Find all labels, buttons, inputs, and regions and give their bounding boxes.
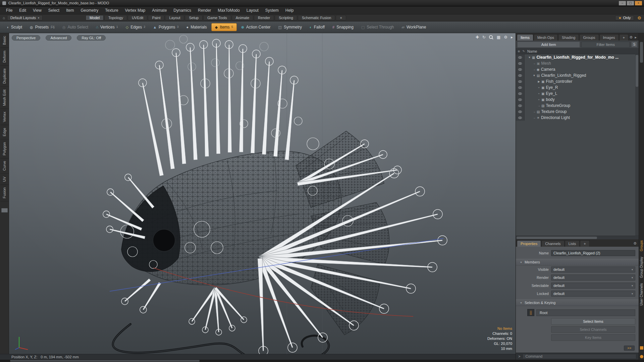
panel-tab-items[interactable]: Items	[517, 34, 533, 41]
tool-edges[interactable]: ◇Edges2	[122, 23, 149, 31]
search-mode-button[interactable]: S	[631, 42, 637, 47]
tree-row-texturegroup[interactable]: →▨TextureGroup	[516, 103, 639, 109]
menu-render[interactable]: Render	[195, 6, 214, 14]
tree-row-clearfin-lionfish-rigged[interactable]: ▼▤Clearfin_Lionfish_Rigged	[516, 72, 639, 78]
expand-icon[interactable]: ▸	[511, 35, 513, 40]
tool-sculpt[interactable]: ◗Sculpt	[3, 23, 25, 31]
layout-tab-model[interactable]: Model	[86, 15, 104, 20]
properties-gear-icon[interactable]: ⚙	[633, 241, 637, 246]
tree-horizontal-scrollbar[interactable]	[516, 236, 639, 239]
tool-vertices[interactable]: ∴Vertices1	[93, 23, 121, 31]
tree-expand-arrow[interactable]: ▼	[527, 56, 532, 59]
visibility-eye-icon[interactable]	[518, 86, 522, 89]
layout-tab-animate[interactable]: Animate	[232, 15, 253, 20]
form-edit-icon[interactable]	[640, 346, 643, 350]
layout-tab-game-tools[interactable]: Game Tools	[203, 15, 231, 20]
menu-edit[interactable]: Edit	[16, 6, 30, 14]
tree-expand-arrow[interactable]: →	[532, 110, 536, 113]
tree-expand-arrow[interactable]: ▶	[537, 80, 541, 83]
visible-dropdown[interactable]: default▾	[551, 266, 635, 273]
filter-items-input[interactable]: Filter Items	[581, 42, 630, 48]
layout-tab-setup[interactable]: Setup	[185, 15, 203, 20]
tool-auto-select[interactable]: ◎Auto Select	[59, 23, 92, 31]
render-dropdown[interactable]: default▾	[551, 275, 635, 281]
tool-symmetry[interactable]: ◫Symmetry	[275, 23, 305, 31]
side-tab-curve[interactable]: Curve	[0, 158, 9, 174]
visibility-eye-icon[interactable]	[518, 117, 522, 119]
viewport-3d[interactable]: PerspectiveAdvancedRay GL: Off ✚↻▦⚙▸ No …	[9, 33, 516, 354]
side-tab-edge[interactable]: Edge	[0, 125, 9, 139]
side-tab-deform[interactable]: Deform	[0, 48, 9, 66]
layout-tab-uvedit[interactable]: UVEdit	[128, 15, 147, 20]
tree-row-texture-group[interactable]: →▤Texture Group	[516, 109, 639, 115]
visibility-eye-icon[interactable]	[518, 74, 522, 77]
properties-tab-lists[interactable]: Lists	[565, 240, 580, 247]
menu-texture[interactable]: Texture	[102, 6, 121, 14]
tree-row-clearfin-lionfish-rigged-for-modo-mo[interactable]: ▼▦Clearfin_Lionfish_Rigged_for_Modo_mo .…	[516, 54, 639, 60]
members-section-header[interactable]: ▼ Members	[516, 259, 639, 265]
menu-help[interactable]: Help	[282, 6, 297, 14]
panel-gear-icon[interactable]: ⚙	[630, 35, 633, 40]
visibility-eye-icon[interactable]	[518, 62, 522, 65]
add-item-button[interactable]: Add Item	[517, 42, 580, 48]
tree-vertical-scrollbar[interactable]	[635, 54, 639, 236]
tree-expand-arrow[interactable]: ▼	[532, 74, 536, 77]
visibility-eye-icon[interactable]	[518, 105, 522, 107]
layout-tab-layout[interactable]: Layout	[165, 15, 184, 20]
panel-tab-shading[interactable]: Shading	[558, 34, 579, 41]
visibility-eye-icon[interactable]	[518, 80, 522, 83]
tool-materials[interactable]: ●Materials	[183, 23, 210, 31]
layout-tab-paint[interactable]: Paint	[148, 15, 164, 20]
tree-expand-arrow[interactable]: +	[537, 86, 541, 89]
settings-gear-icon[interactable]: ⚙	[637, 15, 641, 20]
layout-tab-schematic-fusion[interactable]: Schematic Fusion	[298, 15, 335, 20]
settings-icon[interactable]: ⚙	[504, 35, 507, 40]
tool-action-center[interactable]: ⊕Action Center	[238, 23, 274, 31]
close-button[interactable]: ×	[635, 1, 642, 5]
select-channels-button[interactable]: Select Channels	[551, 326, 635, 333]
pan-icon[interactable]: ✚	[476, 35, 479, 40]
only-filter-chip[interactable]: ★ Only	[615, 15, 634, 20]
properties-tab-channels[interactable]: Channels	[541, 240, 564, 247]
side-tab-duplicate[interactable]: Duplicate	[0, 66, 9, 87]
tree-expand-arrow[interactable]: →	[537, 104, 541, 107]
menu-animate[interactable]: Animate	[149, 6, 170, 14]
menu-vertex-map[interactable]: Vertex Map	[122, 6, 149, 14]
tree-expand-arrow[interactable]: →	[532, 62, 536, 65]
tool-select-through[interactable]: ▢Select Through	[358, 23, 397, 31]
visibility-eye-icon[interactable]	[518, 93, 522, 95]
side-tab-polygon[interactable]: Polygon	[0, 139, 9, 159]
tool-polygons[interactable]: ▲Polygons3	[150, 23, 182, 31]
visibility-eye-icon[interactable]	[518, 111, 522, 113]
tree-expand-arrow[interactable]: →	[532, 68, 536, 71]
selection-keying-section-header[interactable]: ▼ Selection & Keying	[516, 299, 639, 306]
maximize-button[interactable]: ▢	[627, 1, 634, 5]
command-input[interactable]: Command	[523, 354, 636, 359]
viewport-advanced-button[interactable]: Advanced	[46, 35, 71, 41]
layout-tab-topology[interactable]: Topology	[104, 15, 127, 20]
panel-scrollbar[interactable]	[640, 42, 643, 63]
layout-tab-render[interactable]: Render	[254, 15, 274, 20]
layout-tab-add[interactable]: +	[336, 15, 346, 20]
side-tab-uv[interactable]: UV	[0, 174, 9, 185]
panel-tab-add[interactable]: +	[619, 34, 629, 41]
orbit-icon[interactable]: ↻	[482, 35, 486, 40]
timeline-scrollbar[interactable]	[10, 360, 200, 362]
palette-handle[interactable]	[1, 208, 8, 213]
side-tab-basic[interactable]: Basic	[0, 33, 9, 48]
command-history-icon[interactable]	[640, 355, 643, 358]
name-field[interactable]: Clearfin_Lionfish_Rigged (2)	[551, 250, 635, 256]
tree-expand-arrow[interactable]: →	[532, 116, 536, 119]
visibility-eye-icon[interactable]	[518, 56, 522, 59]
side-tab-vertex[interactable]: Vertex	[0, 109, 9, 125]
key-items-button[interactable]: Key Items	[551, 334, 635, 341]
menu-item[interactable]: Item	[63, 6, 77, 14]
tree-row-body[interactable]: +▣body	[516, 97, 639, 103]
selectable-dropdown[interactable]: default▾	[551, 283, 635, 289]
tool-items[interactable]: ◆Items5	[211, 23, 237, 31]
side-tab-mesh-edit[interactable]: Mesh Edit	[0, 87, 9, 109]
edge-tab-group-display[interactable]: Group Display	[640, 257, 643, 278]
tool-workplane[interactable]: ▱WorkPlane	[398, 23, 430, 31]
tree-row-eye-r[interactable]: +▣Eye_R	[516, 84, 639, 90]
menu-geometry[interactable]: Geometry	[77, 6, 102, 14]
